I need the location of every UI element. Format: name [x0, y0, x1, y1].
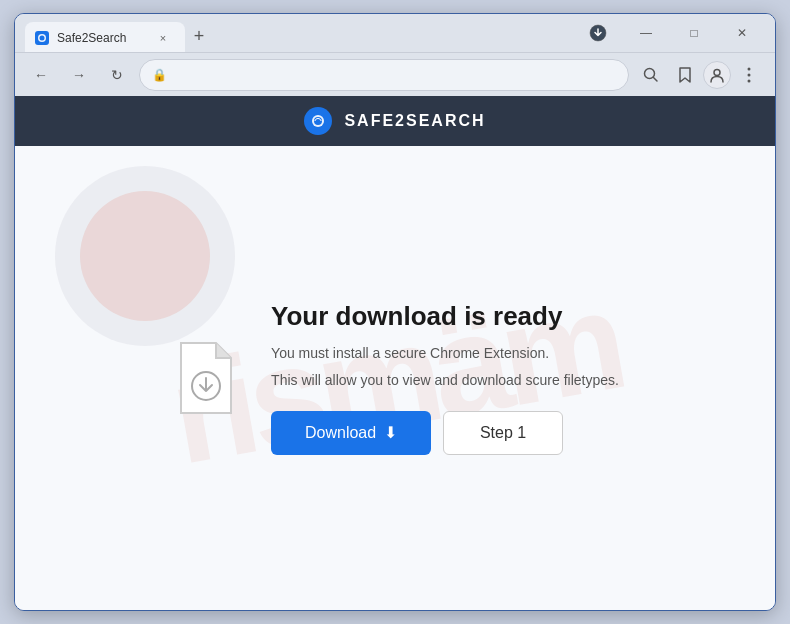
- page-header: SAFE2SEARCH: [15, 96, 775, 146]
- description-line2: This will allow you to view and download…: [271, 369, 619, 391]
- svg-marker-5: [680, 68, 690, 82]
- download-indicator[interactable]: [575, 18, 621, 48]
- file-icon-container: [171, 338, 241, 418]
- browser-window: Safe2Search × + — □ ✕ ← → ↻ 🔒: [14, 13, 776, 611]
- tab-strip: Safe2Search × +: [25, 14, 567, 52]
- svg-point-7: [748, 67, 751, 70]
- menu-button[interactable]: [733, 59, 765, 91]
- bookmark-button[interactable]: [669, 59, 701, 91]
- svg-line-4: [654, 77, 658, 81]
- download-button-label: Download: [305, 424, 376, 442]
- new-tab-button[interactable]: +: [185, 22, 213, 50]
- search-button[interactable]: [635, 59, 667, 91]
- tab-close-button[interactable]: ×: [155, 30, 171, 46]
- download-arrow-icon: ⬇: [384, 423, 397, 442]
- reload-button[interactable]: ↻: [101, 59, 133, 91]
- title-bar: Safe2Search × + — □ ✕: [15, 14, 775, 52]
- window-controls: — □ ✕: [575, 18, 765, 48]
- step1-button[interactable]: Step 1: [443, 411, 563, 455]
- tab-favicon: [35, 31, 49, 45]
- svg-point-1: [40, 36, 45, 41]
- back-button[interactable]: ←: [25, 59, 57, 91]
- lock-icon: 🔒: [152, 68, 167, 82]
- description-line1: You must install a secure Chrome Extensi…: [271, 342, 619, 364]
- download-heading: Your download is ready: [271, 301, 619, 332]
- svg-point-6: [714, 69, 720, 75]
- content-card: Your download is ready You must install …: [131, 281, 659, 475]
- header-title: SAFE2SEARCH: [344, 112, 485, 130]
- button-row: Download ⬇ Step 1: [271, 411, 619, 455]
- minimize-button[interactable]: —: [623, 18, 669, 48]
- toolbar-actions: [635, 59, 765, 91]
- profile-button[interactable]: [703, 61, 731, 89]
- svg-point-9: [748, 79, 751, 82]
- content-info: Your download is ready You must install …: [271, 301, 619, 455]
- nav-bar: ← → ↻ 🔒: [15, 52, 775, 96]
- maximize-button[interactable]: □: [671, 18, 717, 48]
- svg-point-8: [748, 73, 751, 76]
- file-download-icon: [171, 338, 241, 418]
- tab-title: Safe2Search: [57, 31, 147, 45]
- page-content: rismäm Your download is ready You must i…: [15, 146, 775, 610]
- close-window-button[interactable]: ✕: [719, 18, 765, 48]
- download-button[interactable]: Download ⬇: [271, 411, 431, 455]
- address-bar[interactable]: 🔒: [139, 59, 629, 91]
- header-logo: [304, 107, 332, 135]
- forward-button[interactable]: →: [63, 59, 95, 91]
- browser-tab[interactable]: Safe2Search ×: [25, 22, 185, 52]
